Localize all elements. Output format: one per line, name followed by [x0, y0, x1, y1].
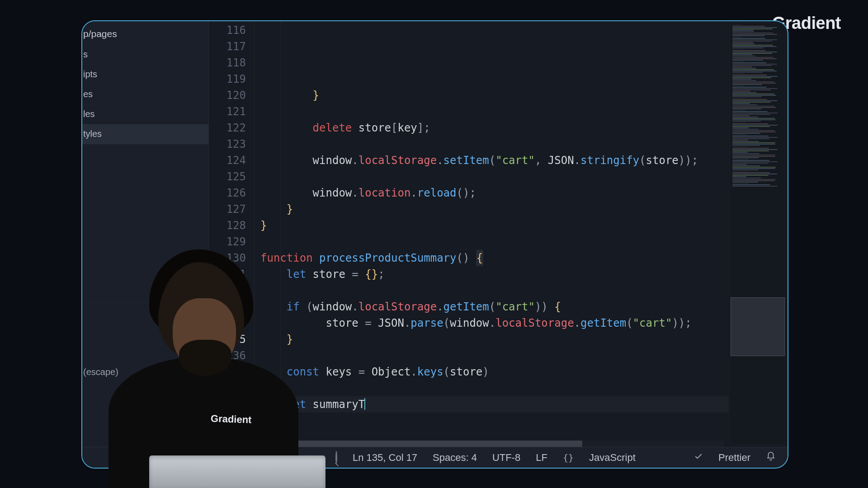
matching-brace-close: } [260, 413, 268, 429]
horizontal-scrollbar[interactable] [218, 441, 724, 447]
sidebar-item[interactable]: tyles [82, 124, 208, 144]
code-line[interactable]: window.location.reload(); [260, 185, 729, 201]
code-line[interactable]: } [260, 413, 729, 429]
line-number: 120 [209, 87, 246, 103]
sidebar-item[interactable]: es [82, 84, 208, 104]
code-line[interactable]: } [260, 217, 729, 234]
line-number: 134 [209, 315, 246, 331]
sidebar-escape-hint: (escape) [83, 367, 118, 377]
line-number: 121 [209, 103, 246, 120]
sidebar-item[interactable] [82, 263, 208, 283]
status-bar: Ln 135, Col 17 Spaces: 4 UTF-8 LF {} Jav… [82, 447, 788, 468]
sidebar-item[interactable]: ipts [82, 65, 208, 84]
sidebar-item[interactable] [82, 204, 208, 224]
sidebar-path: p/pages [82, 21, 208, 45]
sidebar-item[interactable] [82, 184, 208, 204]
line-number-gutter: 1161171181191201211221231241251261271281… [209, 21, 252, 447]
code-line[interactable]: } [260, 87, 729, 103]
code-content[interactable]: } delete store[key]; window.localStorage… [252, 21, 729, 447]
zoom-icon[interactable] [335, 452, 337, 464]
horizontal-scrollbar-thumb[interactable] [218, 441, 582, 447]
line-number: 117 [209, 38, 246, 55]
sidebar-item[interactable] [82, 224, 208, 244]
line-number: 116 [209, 22, 246, 38]
sidebar-item[interactable] [82, 244, 208, 263]
braces-icon: {} [563, 452, 574, 463]
status-eol[interactable]: LF [536, 452, 547, 464]
line-number: 127 [209, 201, 246, 217]
code-editor[interactable]: 1161171181191201211221231241251261271281… [209, 21, 729, 447]
editor-window: p/pages siptseslestyles (escape) 1161171… [81, 20, 788, 469]
code-line[interactable]: let summaryT [260, 396, 729, 413]
line-number: 131 [209, 266, 246, 282]
code-line[interactable] [260, 347, 729, 364]
line-number: 118 [209, 55, 246, 71]
status-ln-col[interactable]: Ln 135, Col 17 [353, 452, 417, 464]
code-line[interactable]: store = JSON.parse(window.localStorage.g… [260, 315, 729, 331]
line-number: 129 [209, 234, 246, 250]
file-explorer-sidebar[interactable]: p/pages siptseslestyles (escape) [82, 21, 209, 468]
line-number: 123 [209, 136, 246, 152]
code-line[interactable]: window.localStorage.setItem("cart", JSON… [260, 152, 729, 169]
line-number: 124 [209, 152, 246, 169]
code-line[interactable]: const keys = Object.keys(store) [260, 364, 729, 380]
line-number: 132 [209, 282, 246, 299]
code-line[interactable] [260, 234, 729, 250]
code-line[interactable]: let store = {}; [260, 266, 729, 282]
line-number: 126 [209, 185, 246, 201]
sidebar-item[interactable] [82, 144, 208, 164]
sidebar-item[interactable]: s [82, 45, 208, 65]
code-line[interactable] [260, 380, 729, 396]
code-line[interactable] [260, 103, 729, 120]
line-number: 137 [209, 364, 246, 380]
line-number: 133 [209, 299, 246, 315]
line-number: 119 [209, 71, 246, 87]
status-language[interactable]: JavaScript [589, 452, 636, 464]
code-line[interactable] [260, 169, 729, 185]
code-line[interactable]: } [260, 331, 729, 347]
matching-brace-open: { [476, 250, 483, 266]
code-line[interactable]: delete store[key]; [260, 120, 729, 136]
minimap[interactable] [731, 24, 785, 444]
line-number: 125 [209, 169, 246, 185]
code-line[interactable]: } [260, 201, 729, 217]
code-line[interactable]: function processProductSummary() { [260, 250, 729, 266]
line-number: 122 [209, 120, 246, 136]
status-encoding[interactable]: UTF-8 [492, 452, 520, 464]
bell-icon[interactable] [766, 451, 776, 464]
code-line[interactable] [260, 136, 729, 152]
text-cursor [364, 398, 365, 410]
sidebar-item[interactable] [82, 164, 208, 184]
line-number: 136 [209, 347, 246, 364]
sidebar-item[interactable] [82, 283, 208, 303]
minimap-viewport[interactable] [731, 297, 785, 356]
code-line[interactable] [260, 282, 729, 299]
status-formatter[interactable]: Prettier [718, 452, 750, 464]
check-icon [694, 452, 703, 464]
line-number: 135 [209, 331, 246, 347]
line-number: 130 [209, 250, 246, 266]
status-indent[interactable]: Spaces: 4 [433, 452, 477, 464]
code-line[interactable]: if (window.localStorage.getItem("cart"))… [260, 299, 729, 315]
sidebar-item[interactable]: les [82, 104, 208, 124]
line-number: 128 [209, 217, 246, 234]
